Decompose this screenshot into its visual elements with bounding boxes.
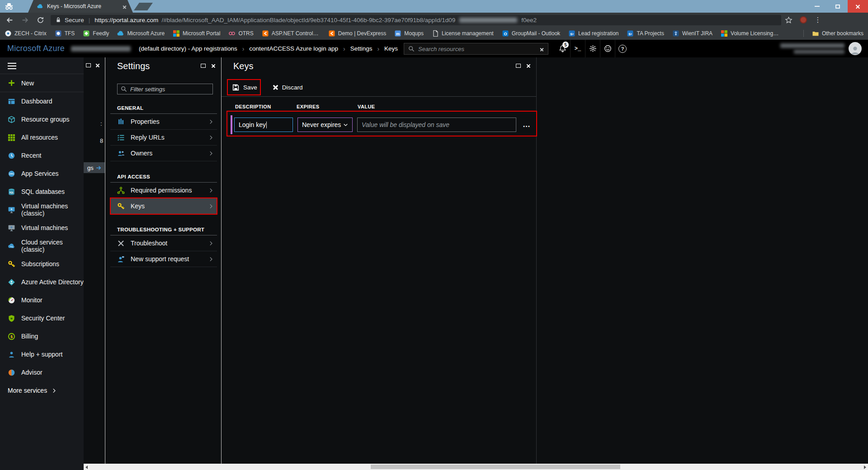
sidebar-item-virtual-machines-classic[interactable]: Virtual machines (classic) — [0, 201, 84, 219]
settings-item-properties[interactable]: Properties — [110, 114, 217, 130]
cloud-shell-button[interactable]: >_ — [570, 40, 585, 57]
section-label: GENERAL — [117, 105, 217, 111]
sidebar-item-all-resources[interactable]: All resources — [0, 128, 84, 146]
row-context-menu-button[interactable]: … — [521, 120, 533, 129]
sidebar-item-resource-groups[interactable]: Resource groups — [0, 110, 84, 128]
bookmark-tfs[interactable]: TFS — [55, 30, 75, 37]
maximize-blade-icon[interactable] — [201, 64, 206, 68]
bookmark-volume-licensing[interactable]: Volume Licensing Se — [721, 30, 779, 37]
bookmark-demo-devexpress[interactable]: Demo | DevExpress — [328, 30, 386, 37]
other-bookmarks-button[interactable]: Other bookmarks — [812, 30, 863, 37]
scrollbar-thumb[interactable] — [371, 465, 620, 469]
sidebar-item-security-center[interactable]: Security Center — [0, 309, 84, 327]
breadcrumb-keys[interactable]: Keys — [384, 45, 398, 52]
settings-gear-button[interactable] — [585, 40, 600, 57]
sidebar-item-subscriptions[interactable]: Subscriptions — [0, 255, 84, 273]
back-button[interactable] — [2, 14, 17, 26]
url-tail: f0ee2 — [521, 17, 537, 24]
tab-close-icon[interactable] — [123, 5, 127, 9]
help-button[interactable]: ? — [615, 40, 630, 57]
settings-item-troubleshoot[interactable]: Troubleshoot — [110, 235, 217, 251]
value-field[interactable]: Value will be displayed on save — [357, 118, 516, 132]
search-clear-icon[interactable] — [540, 47, 544, 51]
account-info-redacted[interactable] — [780, 43, 844, 54]
settings-item-owners[interactable]: Owners — [110, 146, 217, 161]
new-tab-button[interactable] — [134, 3, 153, 10]
save-button[interactable]: Save — [231, 82, 260, 93]
truncated-settings-link[interactable]: gs — [84, 162, 105, 173]
sidebar-item-dashboard[interactable]: Dashboard — [0, 92, 84, 110]
sidebar-item-recent[interactable]: Recent — [0, 146, 84, 164]
window-close-button[interactable] — [848, 0, 868, 13]
sidebar-item-sql-databases[interactable]: SQL databases — [0, 183, 84, 201]
settings-item-required-permissions[interactable]: Required permissions — [110, 183, 217, 198]
window-minimize-button[interactable] — [807, 0, 827, 13]
feedback-button[interactable] — [600, 40, 615, 57]
tools-icon — [117, 240, 125, 247]
bookmark-wienit-jira[interactable]: WienIT JIRA — [672, 30, 712, 37]
scroll-left-arrow[interactable] — [85, 465, 88, 469]
sidebar-item-help-support[interactable]: Help + support — [0, 345, 84, 363]
folder-icon — [812, 30, 819, 37]
filter-settings-box[interactable] — [117, 84, 213, 94]
bookmark-ta-projects[interactable]: TA Projects — [627, 30, 664, 37]
bookmark-microsoft-azure[interactable]: Microsoft Azure — [117, 30, 165, 37]
settings-item-keys[interactable]: Keys — [110, 198, 217, 214]
sidebar-item-billing[interactable]: Billing — [0, 327, 84, 345]
bookmark-aspnet-controls[interactable]: ASP.NET Controls an — [262, 30, 320, 37]
breadcrumb-app-registrations[interactable]: (default directory) - App registrations — [139, 45, 237, 52]
search-resources-box[interactable] — [404, 43, 548, 55]
filter-settings-input[interactable] — [130, 86, 211, 93]
maximize-blade-icon[interactable] — [86, 63, 91, 67]
notifications-button[interactable]: 5 — [555, 40, 570, 57]
secure-label: Secure — [65, 17, 84, 24]
discard-button[interactable]: Discard — [272, 82, 306, 93]
lock-icon — [55, 17, 61, 23]
bookmark-star-icon[interactable] — [785, 16, 793, 24]
sidebar-more-services[interactable]: More services — [0, 381, 84, 400]
bookmark-otrs[interactable]: OTRS — [228, 30, 253, 37]
sharepoint-icon — [568, 30, 576, 37]
bookmark-license-management[interactable]: License management — [432, 30, 494, 37]
description-input[interactable]: Login key — [234, 118, 293, 132]
horizontal-scrollbar[interactable] — [84, 464, 868, 470]
settings-item-reply-urls[interactable]: Reply URLs — [110, 130, 217, 146]
bookmark-lead-registration[interactable]: Lead registration — [568, 30, 618, 37]
browser-menu-icon[interactable]: ⋮ — [814, 16, 821, 24]
hamburger-menu-button[interactable] — [0, 57, 84, 74]
chevron-right-icon — [208, 135, 213, 140]
sidebar-item-monitor[interactable]: Monitor — [0, 291, 84, 309]
sidebar-item-new[interactable]: New — [0, 74, 84, 92]
breadcrumb-app[interactable]: contentACCESS Azure login app — [249, 45, 338, 52]
avatar[interactable] — [849, 42, 862, 55]
bookmark-feedly[interactable]: Feedly — [83, 30, 109, 37]
close-blade-icon[interactable] — [211, 63, 216, 68]
sidebar-item-virtual-machines[interactable]: Virtual machines — [0, 219, 84, 237]
maximize-blade-icon[interactable] — [516, 64, 521, 68]
window-maximize-button[interactable] — [827, 0, 848, 13]
azure-logo[interactable]: Microsoft Azure — [7, 44, 65, 53]
bookmark-microsoft-portal[interactable]: Microsoft Portal — [173, 30, 220, 37]
settings-item-new-support-request[interactable]: New support request — [110, 251, 217, 267]
search-resources-input[interactable] — [418, 46, 536, 52]
dollar-icon — [8, 333, 15, 340]
sidebar-item-azure-active-directory[interactable]: Azure Active Directory — [0, 273, 84, 291]
scroll-right-arrow[interactable] — [864, 465, 866, 469]
breadcrumb: (default directory) - App registrations … — [139, 45, 398, 52]
sidebar-item-app-services[interactable]: App Services — [0, 164, 84, 183]
bookmark-groupmail-outlook[interactable]: GroupMail - Outlook — [502, 30, 560, 37]
bookmark-zech-citrix[interactable]: ZECH - Citrix — [5, 30, 47, 37]
address-bar[interactable]: Secure | https://portal.azure.com/#blade… — [51, 15, 781, 25]
breadcrumb-settings[interactable]: Settings — [350, 45, 373, 52]
sidebar-item-cloud-services-classic[interactable]: Cloud services (classic) — [0, 237, 84, 255]
browser-tab[interactable]: Keys - Microsoft Azure — [28, 0, 133, 13]
close-blade-icon[interactable] — [526, 63, 531, 68]
close-blade-icon[interactable] — [95, 63, 100, 67]
minimize-icon — [815, 6, 820, 7]
expires-dropdown[interactable]: Never expires — [297, 118, 353, 132]
sidebar-item-advisor[interactable]: Advisor — [0, 363, 84, 381]
forward-button[interactable] — [17, 14, 33, 26]
bookmark-moqups[interactable]: Moqups — [394, 30, 424, 37]
refresh-button[interactable] — [33, 14, 48, 26]
extension-icon[interactable] — [800, 16, 807, 24]
